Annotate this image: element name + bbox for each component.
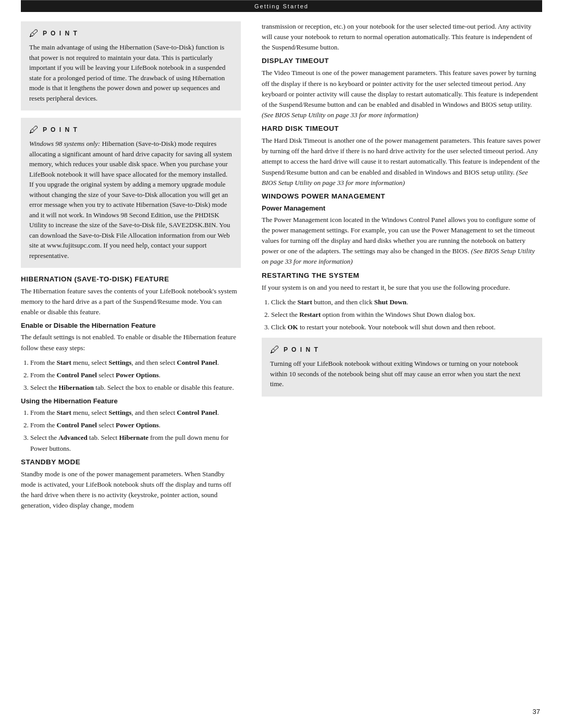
windows-power-text: The Power Management icon located in the… [262,215,542,267]
page: Getting Started 🖊 P O I N T The main adv… [0,0,563,728]
display-timeout-text: The Video Timeout is one of the power ma… [262,68,542,120]
display-timeout-body: The Video Timeout is one of the power ma… [262,69,538,108]
display-timeout-heading: DISPLAY TIMEOUT [262,57,542,65]
point-label-3: P O I N T [284,346,319,353]
hibernation-section: HIBERNATION (SAVE-TO-DISK) FEATURE The H… [21,275,241,454]
hibernation-intro: The Hibernation feature saves the conten… [21,286,241,317]
windows-power-heading: WINDOWS POWER MANAGEMENT [262,192,542,200]
restarting-steps-list: Click the Start button, and then click S… [271,297,542,332]
main-columns: 🖊 P O I N T The main advantage of using … [0,21,563,515]
power-management-subheading: Power Management [262,204,542,212]
enable-text: The default settings is not enabled. To … [21,332,241,353]
hard-disk-timeout-heading: HARD DISK TIMEOUT [262,125,542,132]
right-column: transmission or reception, etc.) on your… [255,21,542,515]
page-number: 37 [533,708,540,715]
using-step-2: From the Control Panel select Power Opti… [30,420,241,430]
restarting-heading: RESTARTING THE SYSTEM [262,272,542,279]
point-box-2-body: Hibernation (Save-to-Disk) mode requires… [29,140,232,260]
display-timeout-italic: (See BIOS Setup Utility on page 33 for m… [262,111,418,119]
point-box-1: 🖊 P O I N T The main advantage of using … [21,21,241,110]
enable-step-2: From the Control Panel select Power Opti… [30,370,241,380]
restarting-section: RESTARTING THE SYSTEM If your system is … [262,272,542,333]
enable-subheading: Enable or Disable the Hibernation Featur… [21,322,241,329]
restart-step-2: Select the Restart option from within th… [271,310,542,320]
standby-text: Standby mode is one of the power managem… [21,469,241,511]
header-bar: Getting Started [21,1,542,12]
point-box-1-header: 🖊 P O I N T [29,29,232,38]
using-step-1: From the Start menu, select Settings, an… [30,408,241,418]
hard-disk-timeout-section: HARD DISK TIMEOUT The Hard Disk Timeout … [262,125,542,188]
header-title: Getting Started [254,3,309,9]
enable-step-1: From the Start menu, select Settings, an… [30,357,241,368]
enable-steps-list: From the Start menu, select Settings, an… [30,357,241,393]
standby-heading: STANDBY MODE [21,458,241,466]
point-box-2-text: Windows 98 systems only: Hibernation (Sa… [29,139,232,261]
point-icon-1: 🖊 [29,29,39,38]
point-icon-2: 🖊 [29,125,39,134]
left-column: 🖊 P O I N T The main advantage of using … [21,21,255,515]
restarting-intro: If your system is on and you need to res… [262,282,542,293]
point-box-3: 🖊 P O I N T Turning off your LifeBook no… [262,338,542,397]
point-box-2-italic: Windows 98 systems only: [29,140,100,147]
using-steps-list: From the Start menu, select Settings, an… [30,408,241,454]
hard-disk-timeout-body: The Hard Disk Timeout is another one of … [262,137,541,176]
point-label-2: P O I N T [43,126,78,133]
restart-step-3: Click OK to restart your notebook. Your … [271,322,542,332]
point-label-1: P O I N T [43,30,78,37]
point-box-3-header: 🖊 P O I N T [270,345,534,354]
continued-text: transmission or reception, etc.) on your… [262,21,542,53]
hibernation-heading: HIBERNATION (SAVE-TO-DISK) FEATURE [21,275,241,283]
point-icon-3: 🖊 [270,345,279,354]
point-box-2-header: 🖊 P O I N T [29,125,232,134]
using-subheading: Using the Hibernation Feature [21,397,241,405]
windows-power-section: WINDOWS POWER MANAGEMENT Power Managemen… [262,192,542,267]
restart-step-1: Click the Start button, and then click S… [271,297,542,307]
point-box-2: 🖊 P O I N T Windows 98 systems only: Hib… [21,118,241,268]
point-box-3-text: Turning off your LifeBook notebook witho… [270,359,534,389]
display-timeout-section: DISPLAY TIMEOUT The Video Timeout is one… [262,57,542,120]
enable-step-3: Select the Hibernation tab. Select the b… [30,382,241,393]
point-box-1-text: The main advantage of using the Hibernat… [29,42,232,103]
using-step-3: Select the Advanced tab. Select Hibernat… [30,433,241,453]
standby-section: STANDBY MODE Standby mode is one of the … [21,458,241,511]
hard-disk-timeout-text: The Hard Disk Timeout is another one of … [262,135,542,188]
